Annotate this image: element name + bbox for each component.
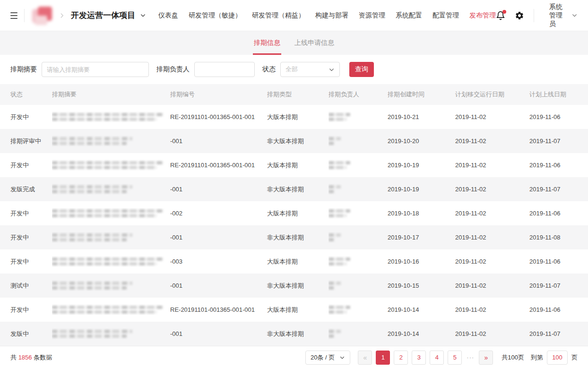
table-row[interactable]: 发版中 -001 非大版本排期 2019-10-14 2019-11-02 20… xyxy=(0,322,588,346)
table-row[interactable]: 开发中 -001 非大版本排期 2019-10-17 2019-11-02 20… xyxy=(0,225,588,249)
breadcrumb-chevron-icon xyxy=(59,12,65,19)
table-row[interactable]: 发版完成 -001 非大版本排期 2019-10-19 2019-11-02 2… xyxy=(0,177,588,201)
menu-item-release-mgmt[interactable]: 发布管理 xyxy=(469,11,496,20)
table-row[interactable]: 开发中 RE-20191101-001365-001-001 大版本排期 201… xyxy=(0,298,588,322)
row-code: -001 xyxy=(170,282,267,289)
menu-item-dashboard[interactable]: 仪表盘 xyxy=(158,11,178,20)
row-type: 大版本排期 xyxy=(267,113,329,121)
row-owner-redacted xyxy=(329,256,388,267)
top-navbar: 开发运营一体项目 仪表盘 研发管理（敏捷） 研发管理（精益） 构建与部署 资源管… xyxy=(0,0,588,31)
row-online-date: 2019-11-06 xyxy=(529,210,588,217)
col-code: 排期编号 xyxy=(170,90,267,99)
total-pages-text: 共100页 xyxy=(502,353,524,362)
goto-page-prefix: 到第 xyxy=(531,353,543,362)
row-created-date: 2019-10-18 xyxy=(388,210,455,217)
project-dropdown-chevron-icon[interactable] xyxy=(140,12,146,18)
filter-bar: 排期摘要 排期负责人 状态 全部 查询 xyxy=(0,55,588,84)
status-filter-label: 状态 xyxy=(262,65,276,74)
row-type: 非大版本排期 xyxy=(267,137,329,145)
settings-button[interactable] xyxy=(515,11,524,20)
table-row[interactable]: 开发中 RE-20191101-001365-001-001 大版本排期 201… xyxy=(0,105,588,129)
row-type: 非大版本排期 xyxy=(267,185,329,194)
row-summary-redacted xyxy=(52,184,170,195)
summary-filter-input[interactable] xyxy=(42,62,149,77)
row-online-date: 2019-11-07 xyxy=(529,137,588,145)
owner-filter-input[interactable] xyxy=(194,62,255,77)
row-handover-date: 2019-11-02 xyxy=(455,186,529,193)
row-handover-date: 2019-11-02 xyxy=(455,113,529,120)
divider xyxy=(534,9,534,22)
divider xyxy=(24,9,25,22)
menu-item-system-config[interactable]: 系统配置 xyxy=(396,11,422,20)
col-summary: 排期摘要 xyxy=(52,90,170,99)
row-created-date: 2019-10-14 xyxy=(388,306,455,313)
goto-page-suffix: 页 xyxy=(571,353,578,362)
next-page-button[interactable]: » xyxy=(479,351,493,365)
menu-item-config-mgmt[interactable]: 配置管理 xyxy=(432,11,459,20)
table-row[interactable]: 排期评审中 -001 非大版本排期 2019-10-20 2019-11-02 … xyxy=(0,129,588,153)
row-owner-redacted xyxy=(329,136,388,146)
row-created-date: 2019-10-17 xyxy=(388,234,455,241)
row-created-date: 2019-10-21 xyxy=(388,113,455,120)
prev-page-button[interactable]: « xyxy=(358,351,372,365)
row-owner-redacted xyxy=(329,208,388,219)
notifications-button[interactable] xyxy=(496,11,505,20)
menu-item-agile-dev[interactable]: 研发管理（敏捷） xyxy=(189,11,242,20)
row-summary-redacted xyxy=(52,160,170,171)
row-type: 大版本排期 xyxy=(267,257,329,266)
row-summary-redacted xyxy=(52,111,170,122)
goto-page-input[interactable] xyxy=(547,351,568,365)
pagination: 20条 / 页 « 1 2 3 4 5 ··· » 共100页 到第 页 xyxy=(305,351,578,365)
row-online-date: 2019-11-06 xyxy=(529,306,588,313)
page-size-select[interactable]: 20条 / 页 xyxy=(305,351,350,365)
menu-item-resources[interactable]: 资源管理 xyxy=(359,11,385,20)
pagination-ellipsis: ··· xyxy=(466,354,475,361)
row-status: 开发中 xyxy=(10,306,52,314)
row-owner-redacted xyxy=(329,184,388,195)
page-button-1[interactable]: 1 xyxy=(376,351,390,365)
row-handover-date: 2019-11-02 xyxy=(455,258,529,265)
table-row[interactable]: 测试中 -001 非大版本排期 2019-10-15 2019-11-02 20… xyxy=(0,274,588,298)
row-created-date: 2019-10-14 xyxy=(388,330,455,337)
page-button-2[interactable]: 2 xyxy=(394,351,408,365)
menu-item-build-deploy[interactable]: 构建与部署 xyxy=(315,11,348,20)
page-button-5[interactable]: 5 xyxy=(448,351,462,365)
table-row[interactable]: 开发中 -003 大版本排期 2019-10-16 2019-11-02 201… xyxy=(0,249,588,274)
table-header: 状态 排期摘要 排期编号 排期类型 排期负责人 排期创建时间 计划移交运行日期 … xyxy=(0,84,588,105)
menu-item-lean-dev[interactable]: 研发管理（精益） xyxy=(252,11,305,20)
row-summary-redacted xyxy=(52,256,170,267)
table-body: 开发中 RE-20191101-001365-001-001 大版本排期 201… xyxy=(0,105,588,346)
gear-icon xyxy=(515,11,524,20)
row-summary-redacted xyxy=(52,328,170,339)
row-created-date: 2019-10-15 xyxy=(388,282,455,289)
owner-filter-label: 排期负责人 xyxy=(156,65,190,74)
hamburger-menu-icon[interactable] xyxy=(10,12,17,19)
page-button-3[interactable]: 3 xyxy=(412,351,426,365)
col-owner: 排期负责人 xyxy=(329,90,388,99)
user-menu[interactable]: 系统管理员 xyxy=(549,3,578,28)
project-title[interactable]: 开发运营一体项目 xyxy=(71,10,135,21)
row-type: 大版本排期 xyxy=(267,209,329,218)
tab-schedule-info[interactable]: 排期信息 xyxy=(254,31,280,55)
row-summary-redacted xyxy=(52,304,170,315)
table-row[interactable]: 开发中 -002 大版本排期 2019-10-18 2019-11-02 201… xyxy=(0,201,588,225)
row-code: -002 xyxy=(170,210,267,217)
tab-online-request-info[interactable]: 上线申请信息 xyxy=(294,31,334,55)
row-handover-date: 2019-11-02 xyxy=(455,162,529,169)
project-logo[interactable] xyxy=(31,5,54,26)
row-owner-redacted xyxy=(329,232,388,243)
page-button-4[interactable]: 4 xyxy=(430,351,444,365)
row-status: 排期评审中 xyxy=(10,137,52,145)
status-filter-select[interactable]: 全部 xyxy=(280,62,340,77)
search-button[interactable]: 查询 xyxy=(349,62,374,77)
table-row[interactable]: 开发中 RE-20191101-001365-001-001 大版本排期 201… xyxy=(0,153,588,177)
row-online-date: 2019-11-07 xyxy=(529,330,588,337)
row-status: 测试中 xyxy=(10,282,52,290)
row-code: RE-20191101-001365-001-001 xyxy=(170,306,267,313)
row-status: 开发中 xyxy=(10,233,52,242)
row-handover-date: 2019-11-02 xyxy=(455,210,529,217)
row-status: 发版中 xyxy=(10,330,52,338)
col-type: 排期类型 xyxy=(267,90,329,99)
row-status: 开发中 xyxy=(10,113,52,121)
total-count: 1856 xyxy=(18,354,32,361)
